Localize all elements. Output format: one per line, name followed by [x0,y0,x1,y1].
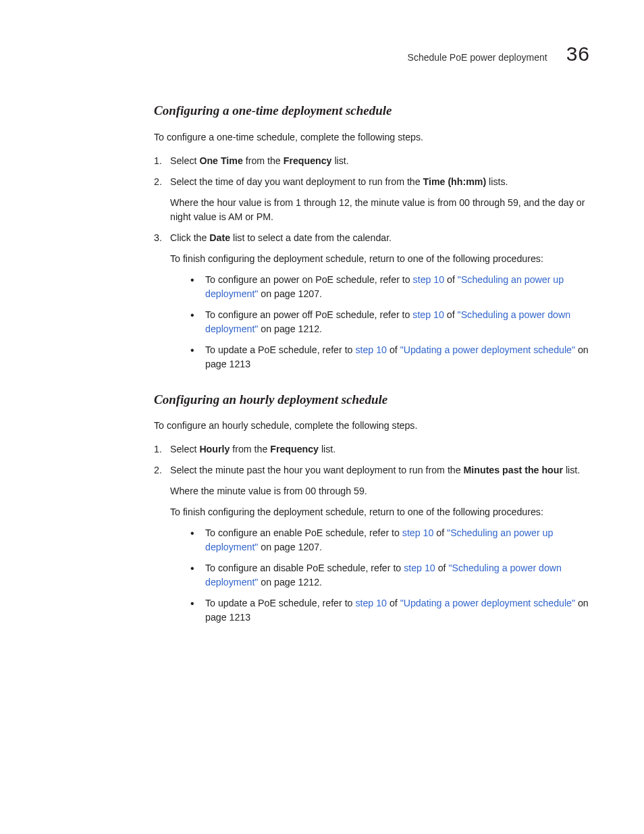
section-intro: To configure an hourly schedule, complet… [154,419,590,433]
step-sub: To finish configuring the deployment sch… [170,505,590,519]
list-item: To configure an power off PoE schedule, … [190,308,590,336]
bold-text: Hourly [199,444,230,454]
list-item: To configure an enable PoE schedule, ref… [190,526,590,554]
bold-text: Time (hh:mm) [423,176,487,187]
text: of [444,309,458,320]
bold-text: One Time [199,155,242,166]
text: To configure an power on PoE schedule, r… [205,274,413,285]
text: Select [170,444,199,454]
step-2: 2. Select the time of day you want deplo… [154,175,590,224]
text: To configure an power off PoE schedule, … [205,309,412,320]
xref-topic-link[interactable]: "Updating a power deployment schedule" [400,344,575,355]
text: on page 1212. [258,323,322,334]
step-2: 2. Select the minute past the hour you w… [154,463,590,625]
text: list to select a date from the calendar. [230,232,392,243]
step-sub: Where the hour value is from 1 through 1… [170,196,590,224]
bold-text: Frequency [284,155,332,166]
text: on page 1212. [258,577,322,588]
text: on page 1207. [258,288,322,299]
xref-step-link[interactable]: step 10 [404,563,435,573]
list-item: To update a PoE schedule, refer to step … [190,343,590,371]
text: Click the [170,232,209,243]
page: Schedule PoE power deployment 36 Configu… [0,0,644,625]
xref-topic-link[interactable]: "Updating a power deployment schedule" [400,598,575,608]
text: on page 1207. [258,542,322,552]
bold-text: Frequency [270,444,319,454]
text: from the [243,155,284,166]
section-hourly: Configuring an hourly deployment schedul… [154,390,590,625]
xref-step-link[interactable]: step 10 [413,274,445,285]
text: lists. [486,176,508,187]
bullet-list: To configure an enable PoE schedule, ref… [170,526,590,625]
text: of [444,274,458,285]
text: of [387,344,400,355]
bullet-list: To configure an power on PoE schedule, r… [170,273,590,371]
text: of [435,563,449,573]
step-sub: Where the minute value is from 00 throug… [170,484,590,498]
text: from the [230,444,270,454]
text: of [387,598,400,608]
text: list. [331,155,348,166]
step-3: 3. Click the Date list to select a date … [154,231,590,371]
section-intro: To configure a one-time schedule, comple… [154,130,590,145]
step-1: 1. Select One Time from the Frequency li… [154,154,590,168]
text: list. [319,444,336,454]
text: To update a PoE schedule, refer to [205,344,355,355]
text: list. [563,465,580,475]
list-item: To configure an power on PoE schedule, r… [190,273,590,301]
text: of [433,527,447,538]
bold-text: Date [209,232,230,243]
xref-step-link[interactable]: step 10 [355,344,387,355]
step-1: 1. Select Hourly from the Frequency list… [154,442,590,457]
section-heading-onetime: Configuring a one-time deployment schedu… [154,101,590,120]
xref-step-link[interactable]: step 10 [402,527,434,538]
list-item: To configure an disable PoE schedule, re… [190,561,590,590]
steps-list: 1. Select One Time from the Frequency li… [154,154,590,371]
section-heading-hourly: Configuring an hourly deployment schedul… [154,390,590,409]
step-sub: To finish configuring the deployment sch… [170,252,590,266]
header-title: Schedule PoE power deployment [408,51,547,65]
text: Select the minute past the hour you want… [170,465,464,475]
text: Select the time of day you want deployme… [170,176,423,187]
bold-text: Minutes past the hour [464,465,563,475]
text: Select [170,155,199,166]
xref-step-link[interactable]: step 10 [412,309,444,320]
page-header: Schedule PoE power deployment 36 [154,39,590,69]
text: To configure an enable PoE schedule, ref… [205,527,402,538]
text: To configure an disable PoE schedule, re… [205,563,404,573]
steps-list: 1. Select Hourly from the Frequency list… [154,442,590,625]
chapter-number: 36 [566,39,590,69]
list-item: To update a PoE schedule, refer to step … [190,596,590,625]
xref-step-link[interactable]: step 10 [355,598,387,608]
text: To update a PoE schedule, refer to [205,598,355,608]
